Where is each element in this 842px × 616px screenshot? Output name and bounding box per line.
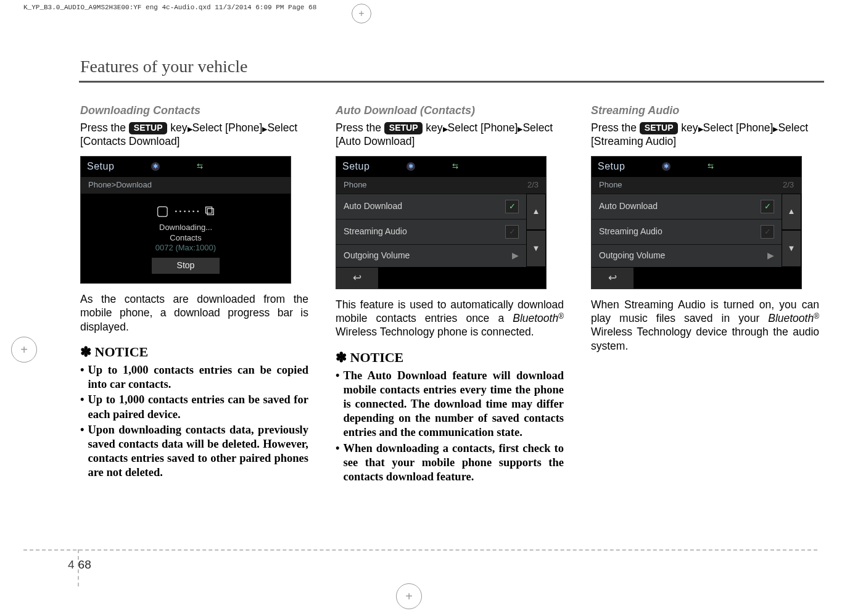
device-list: Auto Download✓ Streaming Audio✓ Outgoing…	[336, 194, 546, 267]
crop-mark-top-icon: +	[352, 4, 371, 23]
col1-notice-list: •Up to 1,000 contacts entries can be cop…	[80, 363, 308, 480]
device-title: Setup	[598, 160, 625, 173]
item-label: Auto Download	[599, 201, 658, 212]
check-icon: ✓	[505, 200, 519, 213]
file-header: K_YP_B3.0_AUDIO_A9MS2H3E00:YF eng 4c-Aud…	[23, 4, 316, 11]
device-title: Setup	[342, 160, 369, 173]
content-columns: Downloading Contacts Press the SETUP key…	[80, 104, 820, 485]
download-count: 0072 (Max:1000)	[155, 243, 216, 252]
download-icons: ▢ ∙∙∙∙∙∙ ⧉	[81, 202, 291, 220]
col1-bullet-2: Up to 1,000 contacts entries can be save…	[88, 393, 308, 421]
list-item-streaming-audio[interactable]: Streaming Audio✓	[336, 219, 526, 244]
device-title: Setup	[87, 160, 114, 173]
col1-bullet-1: Up to 1,000 contacts entries can be copi…	[88, 363, 308, 392]
bluetooth-word: Bluetooth	[768, 312, 814, 324]
col3-intro-c: Select [Phone]	[703, 121, 774, 134]
notice-label: NOTICE	[95, 344, 149, 359]
list-item-auto-download[interactable]: Auto Download✓	[336, 194, 526, 219]
chevron-right-icon: ▶	[767, 250, 774, 261]
scroll-down-button[interactable]: ▼	[782, 230, 801, 266]
check-icon: ✓	[761, 225, 774, 239]
column-3: Streaming Audio Press the SETUP key▶Sele…	[591, 104, 819, 485]
scroll-up-button[interactable]: ▲	[782, 194, 801, 230]
title-rule	[79, 81, 824, 83]
col3-paragraph: When Streaming Audio is turned on, you c…	[591, 298, 819, 353]
back-button[interactable]	[336, 267, 378, 289]
setup-key-label: SETUP	[640, 122, 679, 134]
notice-heading: ✽ NOTICE	[80, 343, 308, 361]
col2-intro: Press the SETUP key▶Select [Phone]▶Selec…	[336, 121, 564, 149]
item-label: Auto Download	[344, 201, 402, 212]
device-header: Setup ✱ ⇆	[592, 157, 801, 176]
col3-intro: Press the SETUP key▶Select [Phone]▶Selec…	[591, 121, 819, 149]
crumb-text: Phone	[344, 180, 367, 191]
stop-button[interactable]: Stop	[151, 257, 220, 274]
device-screenshot-streaming: Setup ✱ ⇆ Phone 2/3 Auto Download✓ Strea…	[591, 156, 802, 289]
check-icon: ✓	[505, 225, 519, 239]
bluetooth-icon: ✱	[662, 162, 671, 171]
col2-notice-list: •The Auto Download feature will download…	[336, 369, 564, 484]
col2-intro-c: Select [Phone]	[448, 121, 518, 134]
device-breadcrumb: Phone 2/3	[592, 176, 801, 194]
bluetooth-icon: ✱	[151, 162, 160, 171]
device-header: Setup ✱ ⇆	[336, 157, 546, 176]
col2-heading: Auto Download (Contacts)	[336, 104, 564, 118]
col3-para-b: Wireless Technology device through the a…	[591, 326, 819, 351]
check-icon: ✓	[761, 200, 774, 213]
col2-intro-a: Press the	[336, 121, 384, 134]
page-indicator: 2/3	[527, 180, 539, 191]
col1-paragraph: As the contacts are downloaded from the …	[80, 292, 308, 334]
col2-bullet-2: When downloading a contacts, first check…	[343, 441, 564, 484]
col2-intro-b: key	[426, 121, 442, 134]
page-number: 4 68	[68, 558, 91, 572]
signal-icon: ⇆	[708, 162, 714, 171]
page-number-value: 68	[78, 558, 91, 572]
download-label: Contacts	[81, 233, 291, 244]
bluetooth-icon: ✱	[407, 162, 415, 171]
device-screenshot-download: Setup ✱ ⇆ Phone>Download ▢ ∙∙∙∙∙∙ ⧉ Down…	[80, 156, 291, 284]
col1-intro-b: key	[170, 121, 187, 134]
page-indicator: 2/3	[783, 180, 794, 191]
signal-icon: ⇆	[452, 162, 459, 171]
col1-bullet-3: Upon downloading contacts data, previous…	[88, 423, 308, 480]
device-breadcrumb: Phone>Download	[81, 176, 291, 194]
device-header: Setup ✱ ⇆	[81, 157, 291, 176]
scroll-down-button[interactable]: ▼	[526, 230, 546, 266]
crop-mark-left-icon: +	[11, 337, 37, 363]
signal-icon: ⇆	[197, 162, 204, 171]
crop-mark-bottom-icon: +	[396, 583, 422, 609]
setup-key-label: SETUP	[384, 122, 423, 134]
item-label: Outgoing Volume	[344, 250, 410, 261]
notice-heading: ✽ NOTICE	[336, 349, 564, 366]
download-body: ▢ ∙∙∙∙∙∙ ⧉ Downloading... Contacts 0072 …	[81, 194, 291, 283]
item-label: Streaming Audio	[599, 226, 662, 237]
col2-bullet-1: The Auto Download feature will download …	[343, 369, 564, 440]
col2-para-b: Wireless Technology phone is connected.	[336, 326, 534, 338]
device-screenshot-auto: Setup ✱ ⇆ Phone 2/3 Auto Download✓ Strea…	[336, 156, 547, 289]
setup-key-label: SETUP	[129, 122, 168, 134]
list-item-outgoing-volume[interactable]: Outgoing Volume▶	[336, 244, 526, 267]
col3-intro-a: Press the	[591, 121, 640, 134]
list-item-outgoing-volume[interactable]: Outgoing Volume▶	[592, 244, 782, 267]
col1-intro-c: Select [Phone]	[192, 121, 263, 134]
list-item-streaming-audio[interactable]: Streaming Audio✓	[592, 219, 782, 244]
page-title: Features of your vehicle	[80, 57, 247, 76]
list-item-auto-download[interactable]: Auto Download✓	[592, 194, 782, 219]
notice-label: NOTICE	[350, 350, 404, 365]
chapter-number: 4	[68, 558, 75, 572]
bluetooth-word: Bluetooth	[513, 312, 558, 324]
back-button[interactable]	[592, 267, 634, 289]
col1-intro: Press the SETUP key▶Select [Phone]▶Selec…	[80, 121, 308, 149]
download-status: Downloading...	[81, 223, 291, 233]
device-breadcrumb: Phone 2/3	[336, 176, 546, 194]
item-label: Outgoing Volume	[599, 250, 665, 261]
column-2: Auto Download (Contacts) Press the SETUP…	[336, 104, 564, 485]
device-list: Auto Download✓ Streaming Audio✓ Outgoing…	[592, 194, 801, 267]
column-1: Downloading Contacts Press the SETUP key…	[80, 104, 308, 485]
col1-heading: Downloading Contacts	[80, 104, 308, 118]
scroll-up-button[interactable]: ▲	[526, 194, 546, 230]
col3-intro-b: key	[681, 121, 698, 134]
item-label: Streaming Audio	[344, 226, 407, 237]
col3-heading: Streaming Audio	[591, 104, 819, 118]
footer-dash	[23, 549, 817, 551]
